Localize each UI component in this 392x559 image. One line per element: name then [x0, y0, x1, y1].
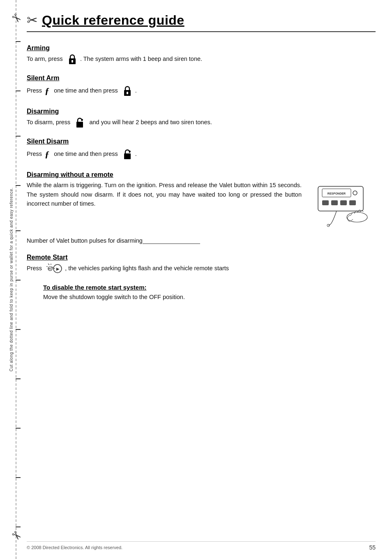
disable-text: Move the shutdown toggle switch to the O…: [43, 292, 376, 302]
section-silent-disarm: Silent Disarm Press ƒ one time and then …: [27, 138, 376, 161]
svg-rect-3: [127, 92, 128, 94]
unlock-icon-disarming: [75, 117, 84, 128]
section-disarming: Disarming To disarm, press and you will …: [27, 108, 376, 128]
footer: © 2008 Directed Electronics. All rights …: [27, 541, 376, 551]
section-silent-arm-text: Press ƒ one time and then press .: [27, 84, 376, 98]
tick-4: [16, 185, 21, 186]
tick-7: [16, 329, 21, 330]
svg-text:RESPONDER: RESPONDER: [327, 192, 346, 195]
svg-rect-12: [340, 200, 347, 205]
device-svg: RESPONDER: [310, 182, 376, 227]
section-remote-start-text: Press ▶ , the vehicles parking: [27, 263, 376, 274]
section-disarming-title: Disarming: [27, 108, 376, 115]
section-disarming-text: To disarm, press and you will hear 2 bee…: [27, 117, 376, 128]
main-content: ✂ Quick reference guide Arming To arm, p…: [27, 0, 376, 302]
page-container: Cut along the dotted line and fold to ke…: [0, 0, 392, 559]
side-text: Cut along the dotted line and fold to ke…: [7, 49, 15, 510]
svg-rect-1: [71, 60, 73, 63]
tick-3: [16, 136, 21, 137]
unlock-icon-silent-disarm: [123, 149, 132, 160]
tick-marks: [16, 0, 21, 559]
svg-rect-4: [76, 122, 83, 128]
section-remote-start: Remote Start Press ▶: [27, 254, 376, 274]
section-arming: Arming To arm, press . The system arms w…: [27, 44, 376, 65]
title-scissors-icon: ✂: [27, 12, 38, 28]
disable-title: To disable the remote start system:: [43, 284, 376, 291]
tick-1: [16, 41, 21, 42]
section-disarming-remote-title: Disarming without a remote: [27, 171, 376, 179]
section-arming-text: To arm, press . The system arms with 1 b…: [27, 54, 376, 65]
svg-point-23: [49, 268, 51, 269]
valet-blank: [143, 244, 200, 244]
lock-icon-silent-arm: [123, 86, 132, 96]
lock-icon-arming: [68, 54, 77, 65]
valet-line: Number of Valet button pulses for disarm…: [27, 237, 376, 244]
svg-rect-10: [322, 200, 329, 205]
tick-8: [16, 378, 21, 379]
section-silent-disarm-title: Silent Disarm: [27, 138, 376, 145]
tick-5: [16, 230, 21, 231]
section-remote-start-title: Remote Start: [27, 254, 376, 261]
svg-rect-5: [124, 153, 131, 159]
section-disable: To disable the remote start system: Move…: [43, 284, 376, 302]
svg-point-14: [347, 212, 367, 222]
f-icon-silent-disarm: ƒ: [45, 147, 49, 161]
section-arming-title: Arming: [27, 44, 376, 52]
section-silent-arm-title: Silent Arm: [27, 74, 376, 82]
svg-rect-11: [331, 200, 338, 205]
section-disarming-remote: Disarming without a remote RESPONDER: [27, 171, 376, 227]
remote-start-icon: ▶: [46, 263, 62, 274]
device-image: RESPONDER: [310, 182, 376, 227]
tick-11: [16, 527, 21, 527]
tick-2: [16, 90, 21, 91]
svg-rect-13: [349, 200, 356, 205]
svg-point-9: [353, 191, 357, 195]
footer-copyright: © 2008 Directed Electronics. All rights …: [27, 545, 122, 550]
svg-line-16: [48, 264, 49, 265]
valet-line-text: Number of Valet button pulses for disarm…: [27, 237, 143, 244]
svg-text:▶: ▶: [56, 267, 60, 271]
tick-6: [16, 280, 21, 281]
title-section: ✂ Quick reference guide: [27, 12, 376, 32]
tick-9: [16, 428, 21, 429]
footer-page-number: 55: [369, 544, 376, 551]
f-icon-silent-arm: ƒ: [45, 84, 49, 98]
section-silent-arm: Silent Arm Press ƒ one time and then pre…: [27, 74, 376, 98]
tick-10: [16, 477, 21, 478]
section-silent-disarm-text: Press ƒ one time and then press .: [27, 147, 376, 161]
svg-rect-6: [318, 186, 363, 211]
page-title: Quick reference guide: [42, 13, 184, 28]
